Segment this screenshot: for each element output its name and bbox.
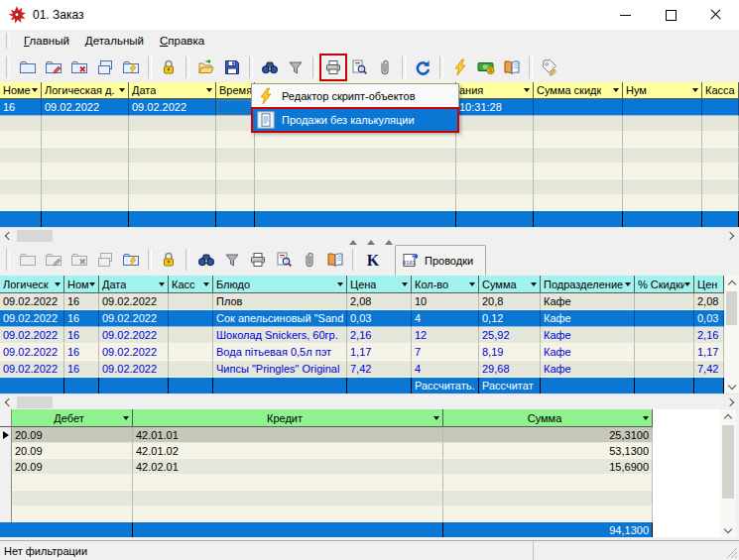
save-button[interactable] — [220, 56, 244, 79]
table-cell[interactable]: 7,42 — [694, 361, 724, 378]
scroll-right-icon[interactable] — [723, 394, 739, 409]
table-cell[interactable] — [702, 99, 739, 116]
paperclip-button[interactable] — [298, 248, 321, 272]
column-header[interactable]: Кредит — [133, 409, 443, 427]
sort-dropdown-icon[interactable] — [402, 282, 408, 286]
table-cell[interactable] — [169, 293, 213, 310]
column-header[interactable]: Логическая д. — [42, 82, 129, 99]
column-header[interactable]: ания — [456, 82, 534, 99]
table-cell[interactable]: 12 — [412, 327, 479, 344]
copy-document-button[interactable] — [93, 56, 117, 79]
filter-button[interactable] — [284, 56, 308, 79]
menu-item-script-editor[interactable]: Редактор скрипт-объектов — [252, 84, 458, 108]
sort-dropdown-icon[interactable] — [159, 282, 165, 286]
item-row[interactable]: 09.02.20221609.02.2022Вода пітьевая 0,5л… — [0, 344, 724, 361]
money-button[interactable]: $ — [474, 56, 498, 79]
table-cell[interactable]: 0,12 — [479, 310, 541, 327]
scroll-up-icon[interactable] — [720, 409, 736, 424]
table-cell[interactable]: 4 — [412, 361, 479, 378]
k-letter-button[interactable]: K — [361, 248, 385, 272]
printer-button[interactable] — [321, 56, 345, 79]
close-button[interactable] — [693, 0, 739, 30]
script-document-button[interactable] — [119, 56, 143, 79]
table-cell[interactable]: 7 — [412, 344, 479, 361]
posting-row[interactable]: 20.0942.02.0115,6900 — [0, 459, 653, 475]
preview-button[interactable] — [272, 248, 296, 272]
lock-button[interactable] — [157, 56, 181, 79]
book-button[interactable] — [323, 248, 347, 272]
paperclip-button[interactable] — [373, 56, 397, 79]
table-cell[interactable]: 20,8 — [479, 293, 541, 310]
table-cell[interactable]: 16 — [64, 310, 99, 327]
table-cell[interactable] — [534, 99, 623, 116]
sort-dropdown-icon[interactable] — [203, 282, 209, 286]
table-cell[interactable] — [169, 344, 213, 361]
scroll-down-icon[interactable] — [720, 522, 736, 537]
scroll-up-icon[interactable] — [724, 276, 739, 290]
table-cell[interactable]: 09.02.2022 — [99, 327, 169, 344]
column-header[interactable]: Дата — [129, 82, 216, 99]
table-cell[interactable]: 09.02.2022 — [0, 344, 64, 361]
table-cell[interactable]: Чипсы "Pringles" Original — [213, 361, 347, 378]
table-cell[interactable]: 16 — [64, 344, 99, 361]
table-cell[interactable] — [635, 310, 694, 327]
table-cell[interactable]: Кафе — [541, 310, 635, 327]
toolbar-grip[interactable] — [6, 56, 10, 78]
binoculars-button[interactable] — [258, 56, 282, 79]
sort-dropdown-icon[interactable] — [337, 282, 343, 286]
footer-cell[interactable]: Рассчитат — [479, 378, 541, 393]
lock-button[interactable] — [157, 248, 181, 272]
table-cell[interactable] — [169, 361, 213, 378]
table-cell[interactable]: 42.02.01 — [133, 459, 443, 475]
maximize-button[interactable] — [648, 0, 693, 30]
binoculars-button[interactable] — [194, 248, 218, 272]
delete-document-button[interactable] — [67, 56, 91, 79]
column-header[interactable]: Кол-во — [412, 276, 479, 293]
table-cell[interactable]: Плов — [213, 293, 347, 310]
table-cell[interactable]: 20.09 — [12, 459, 133, 475]
table-cell[interactable]: 09.02.2022 — [129, 99, 216, 116]
table-cell[interactable]: 0,03 — [694, 310, 724, 327]
table-cell[interactable]: Кафе — [541, 361, 635, 378]
item-row[interactable]: 09.02.20221609.02.2022Сок апельсиновый "… — [0, 310, 724, 327]
table-cell[interactable] — [623, 99, 702, 116]
table-cell[interactable]: Кафе — [541, 293, 635, 310]
table-cell[interactable]: 16 — [0, 99, 42, 116]
table-cell[interactable] — [635, 344, 694, 361]
table-cell[interactable]: 09.02.2022 — [42, 99, 129, 116]
table-cell[interactable] — [169, 327, 213, 344]
table-cell[interactable]: 42.01.01 — [133, 427, 443, 443]
column-header[interactable]: Цен — [694, 276, 724, 293]
table-cell[interactable]: 0,03 — [347, 310, 412, 327]
table-cell[interactable]: 10:31:28 — [456, 99, 534, 116]
menu-main[interactable]: Главный — [16, 32, 77, 50]
table-cell[interactable] — [635, 293, 694, 310]
sort-dropdown-icon[interactable] — [692, 88, 698, 92]
tag-edit-button[interactable] — [538, 56, 561, 79]
table-cell[interactable]: 1,17 — [694, 344, 724, 361]
table-cell[interactable]: 09.02.2022 — [99, 344, 169, 361]
sort-dropdown-icon[interactable] — [32, 88, 38, 92]
column-header[interactable]: Касса — [702, 82, 739, 99]
items-horizontal-scrollbar[interactable] — [0, 393, 739, 409]
table-cell[interactable] — [635, 327, 694, 344]
scrollbar-thumb[interactable] — [17, 230, 53, 242]
open-folder-button[interactable] — [16, 56, 40, 79]
column-header[interactable]: Дата — [99, 276, 169, 293]
sort-dropdown-icon[interactable] — [206, 88, 212, 92]
scrollbar-thumb[interactable] — [726, 291, 737, 325]
printer-button[interactable] — [246, 248, 270, 272]
table-cell[interactable]: 1,17 — [347, 344, 412, 361]
toolbar-grip[interactable] — [6, 249, 10, 271]
item-row[interactable]: 09.02.20221609.02.2022Шоколад Snickers, … — [0, 327, 724, 344]
table-cell[interactable] — [169, 310, 213, 327]
menu-help[interactable]: Справка — [152, 32, 212, 50]
splitter-handle[interactable] — [349, 240, 393, 245]
column-header[interactable]: Нум — [623, 82, 702, 99]
table-cell[interactable]: 15,6900 — [443, 459, 653, 475]
posting-row[interactable]: 20.0942.01.0253,1300 — [0, 443, 653, 459]
refresh-button[interactable] — [411, 56, 434, 79]
table-cell[interactable]: 20.09 — [12, 443, 133, 459]
table-cell[interactable] — [216, 99, 255, 116]
scroll-left-icon[interactable] — [0, 394, 16, 409]
